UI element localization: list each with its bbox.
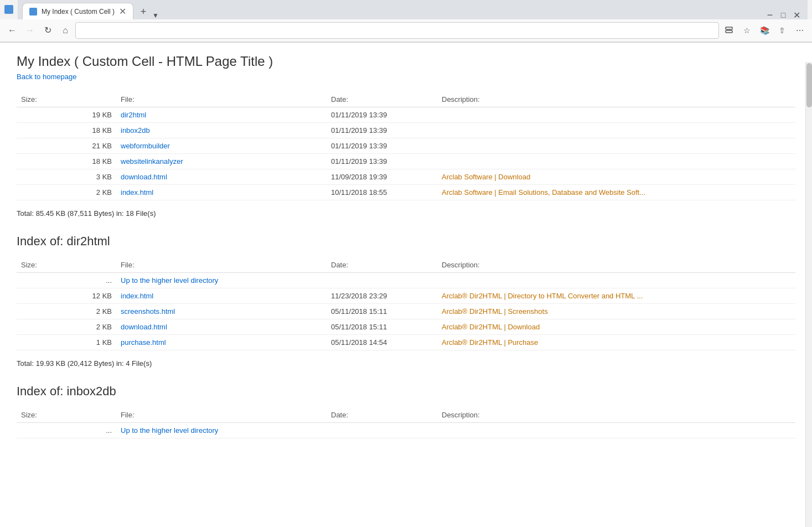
file-cell[interactable]: websitelinkanalyzer (116, 154, 327, 169)
size-cell: 2 KB (17, 185, 116, 200)
size-cell: ... (17, 423, 116, 438)
description-link[interactable]: Arclab® Dir2HTML | Directory to HTML Con… (442, 292, 643, 300)
table-row: 1 KBpurchase.html05/11/2018 14:54Arclab®… (17, 335, 795, 350)
description-cell[interactable]: Arclab Software | Email Solutions, Datab… (437, 185, 795, 200)
date-cell (327, 273, 437, 288)
table-row: 21 KBwebformbuilder01/11/2019 13:39 (17, 138, 795, 154)
description-cell[interactable]: Arclab® Dir2HTML | Download (437, 319, 795, 335)
file-link[interactable]: Up to the higher level directory (121, 426, 218, 435)
dir2html-index-table: Size: File: Date: Description: ...Up to … (17, 257, 795, 350)
file-link[interactable]: Up to the higher level directory (121, 276, 218, 285)
date-cell (327, 423, 437, 438)
table-row: 3 KBdownload.html11/09/2018 19:39Arclab … (17, 169, 795, 185)
home-button[interactable]: ⌂ (58, 23, 73, 38)
description-cell (437, 107, 795, 123)
inbox2db-description-header: Description: (437, 407, 795, 423)
file-link[interactable]: download.html (121, 173, 167, 181)
file-cell[interactable]: webformbuilder (116, 138, 327, 154)
file-cell[interactable]: Up to the higher level directory (116, 423, 327, 438)
close-button[interactable]: ✕ (792, 11, 801, 19)
svg-rect-0 (726, 27, 732, 29)
file-link[interactable]: purchase.html (121, 338, 166, 347)
file-cell[interactable]: Up to the higher level directory (116, 273, 327, 288)
date-cell: 01/11/2019 13:39 (327, 138, 437, 154)
scrollbar-thumb[interactable] (806, 63, 812, 107)
description-cell (437, 138, 795, 154)
size-cell: 3 KB (17, 169, 116, 185)
file-cell[interactable]: download.html (116, 319, 327, 335)
file-header: File: (116, 92, 327, 107)
description-link[interactable]: Arclab Software | Email Solutions, Datab… (442, 188, 645, 197)
description-cell (437, 273, 795, 288)
file-link[interactable]: screenshots.html (121, 307, 175, 316)
file-cell[interactable]: dir2html (116, 107, 327, 123)
more-options-icon[interactable]: ⋯ (792, 23, 808, 38)
share-icon[interactable]: ⇧ (774, 23, 790, 38)
description-cell[interactable]: Arclab® Dir2HTML | Purchase (437, 335, 795, 350)
nav-bar: ← → ↻ ⌂ ☆ 📚 ⇧ ⋯ (0, 19, 812, 42)
reading-list-icon[interactable]: 📚 (757, 23, 772, 38)
file-cell[interactable]: index.html (116, 288, 327, 304)
file-link[interactable]: dir2html (121, 111, 146, 119)
tab-favicon (29, 8, 37, 16)
description-link[interactable]: Arclab® Dir2HTML | Screenshots (442, 307, 548, 316)
file-cell[interactable]: purchase.html (116, 335, 327, 350)
description-link[interactable]: Arclab® Dir2HTML | Purchase (442, 338, 538, 347)
table-row: ...Up to the higher level directory (17, 273, 795, 288)
date-cell: 10/11/2018 18:55 (327, 185, 437, 200)
description-cell[interactable]: Arclab Software | Download (437, 169, 795, 185)
address-bar[interactable] (75, 22, 719, 39)
page-title: My Index ( Custom Cell - HTML Page Title… (17, 54, 795, 69)
file-cell[interactable]: index.html (116, 185, 327, 200)
file-link[interactable]: index.html (121, 292, 153, 300)
file-cell[interactable]: inbox2db (116, 123, 327, 138)
file-link[interactable]: index.html (121, 188, 153, 197)
dir2html-size-header: Size: (17, 257, 116, 273)
back-button[interactable]: ← (4, 23, 20, 38)
dir2html-index-total: Total: 19.93 KB (20,412 Bytes) in: 4 Fil… (17, 359, 795, 368)
favorites-icon[interactable]: ☆ (739, 23, 754, 38)
description-link[interactable]: Arclab® Dir2HTML | Download (442, 323, 540, 331)
description-link[interactable]: Arclab Software | Download (442, 173, 530, 181)
description-cell[interactable]: Arclab® Dir2HTML | Screenshots (437, 304, 795, 319)
tab-manager-icon[interactable] (721, 23, 737, 38)
size-cell: 2 KB (17, 304, 116, 319)
size-cell: 19 KB (17, 107, 116, 123)
window-controls-left (4, 5, 13, 14)
file-cell[interactable]: download.html (116, 169, 327, 185)
inbox2db-date-header: Date: (327, 407, 437, 423)
nav-icons-right: ☆ 📚 ⇧ ⋯ (721, 23, 808, 38)
back-to-homepage-link[interactable]: Back to homepage (17, 73, 795, 81)
browser-chrome: My Index ( Custom Cell ) ✕ + ▼ − □ ✕ ← →… (0, 0, 812, 43)
file-link[interactable]: inbox2db (121, 126, 150, 135)
table-row: 18 KBinbox2db01/11/2019 13:39 (17, 123, 795, 138)
date-cell: 01/11/2019 13:39 (327, 123, 437, 138)
tab-label: My Index ( Custom Cell ) (42, 8, 115, 16)
dir2html-date-header: Date: (327, 257, 437, 273)
file-link[interactable]: webformbuilder (121, 142, 170, 150)
minimize-button[interactable]: − (766, 11, 774, 19)
inbox2db-section-title: Index of: inbox2db (17, 384, 795, 399)
new-tab-button[interactable]: + (136, 4, 151, 19)
size-cell: 18 KB (17, 123, 116, 138)
description-cell[interactable]: Arclab® Dir2HTML | Directory to HTML Con… (437, 288, 795, 304)
forward-button[interactable]: → (22, 23, 38, 38)
description-cell (437, 423, 795, 438)
refresh-button[interactable]: ↻ (40, 23, 55, 38)
dir2html-file-header: File: (116, 257, 327, 273)
inbox2db-size-header: Size: (17, 407, 116, 423)
active-tab[interactable]: My Index ( Custom Cell ) ✕ (22, 3, 133, 19)
file-link[interactable]: download.html (121, 323, 167, 331)
inbox2db-file-header: File: (116, 407, 327, 423)
size-cell: 2 KB (17, 319, 116, 335)
file-cell[interactable]: screenshots.html (116, 304, 327, 319)
tab-close-button[interactable]: ✕ (119, 7, 126, 16)
tab-dropdown-button[interactable]: ▼ (152, 12, 159, 19)
file-link[interactable]: websitelinkanalyzer (121, 157, 183, 166)
table-row: 19 KBdir2html01/11/2019 13:39 (17, 107, 795, 123)
date-cell: 11/23/2018 23:29 (327, 288, 437, 304)
browser-scrollbar[interactable] (805, 62, 812, 458)
size-cell: 12 KB (17, 288, 116, 304)
restore-button[interactable]: □ (779, 11, 788, 19)
description-cell (437, 123, 795, 138)
